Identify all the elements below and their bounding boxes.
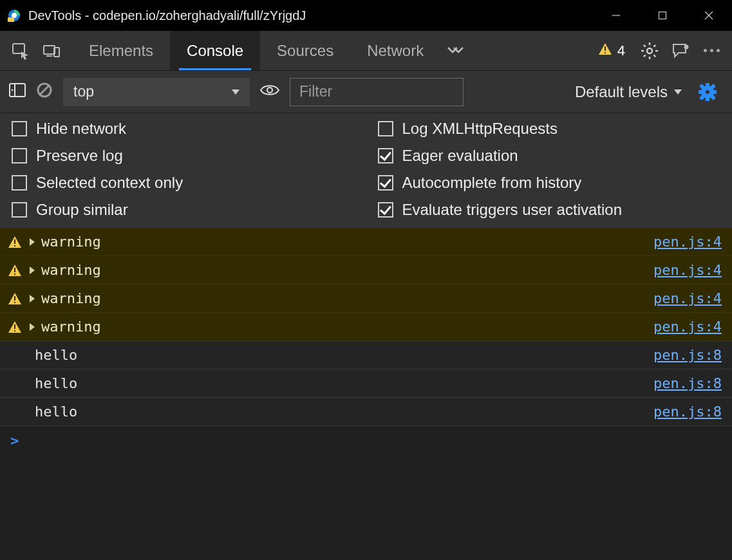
checkbox[interactable] — [378, 175, 393, 191]
tab-elements[interactable]: Elements — [72, 31, 170, 70]
svg-rect-2 — [8, 17, 14, 22]
svg-point-1 — [12, 13, 17, 18]
chevron-down-icon — [674, 89, 682, 95]
svg-rect-7 — [13, 44, 24, 53]
tab-label: Elements — [89, 42, 153, 60]
feedback-icon[interactable] — [665, 35, 696, 66]
console-log-list: warningpen.js:4warningpen.js:4warningpen… — [0, 228, 732, 426]
setting-label: Preserve log — [36, 147, 123, 165]
setting-selected-context-only[interactable]: Selected context only — [0, 174, 366, 192]
context-selector[interactable]: top — [63, 78, 250, 106]
window-close-button[interactable] — [686, 0, 732, 31]
console-sidebar-toggle[interactable] — [9, 82, 26, 102]
window-title: DevTools - codepen.io/zoherghadyali/full… — [28, 8, 593, 23]
svg-point-22 — [685, 45, 688, 48]
settings-button[interactable] — [634, 35, 665, 66]
log-row-warn[interactable]: warningpen.js:4 — [0, 228, 732, 256]
svg-rect-8 — [44, 46, 55, 54]
more-options-button[interactable] — [696, 35, 727, 66]
context-selector-value: top — [73, 83, 94, 100]
log-row-info[interactable]: hellopen.js:8 — [0, 341, 732, 369]
console-settings-button[interactable] — [692, 77, 723, 107]
setting-autocomplete-from-history[interactable]: Autocomplete from history — [366, 174, 733, 192]
setting-hide-network[interactable]: Hide network — [0, 120, 366, 138]
console-input[interactable]: > — [0, 426, 732, 456]
svg-rect-46 — [14, 330, 15, 331]
checkbox[interactable] — [12, 121, 27, 136]
setting-eager-evaluation[interactable]: Eager evaluation — [366, 147, 733, 165]
log-row-warn[interactable]: warningpen.js:4 — [0, 256, 732, 285]
issues-count: 4 — [617, 42, 625, 59]
setting-group-similar[interactable]: Group similar — [0, 201, 366, 219]
svg-line-19 — [653, 55, 655, 57]
window-minimize-button[interactable] — [593, 0, 639, 31]
device-toolbar-icon[interactable] — [36, 35, 67, 66]
svg-rect-40 — [14, 245, 15, 247]
setting-label: Evaluate triggers user activation — [402, 201, 623, 219]
warning-icon — [8, 264, 22, 277]
log-source-link[interactable]: pen.js:8 — [653, 347, 722, 363]
log-message: warning — [41, 234, 653, 250]
tab-label: Network — [367, 42, 424, 60]
clear-console-button[interactable] — [36, 82, 53, 102]
log-message: hello — [8, 404, 653, 420]
disclosure-triangle-icon[interactable] — [30, 238, 35, 246]
svg-line-21 — [644, 55, 646, 57]
checkbox[interactable] — [378, 202, 393, 218]
setting-log-xmlhttprequests[interactable]: Log XMLHttpRequests — [366, 120, 733, 138]
inspect-element-icon[interactable] — [5, 35, 36, 66]
setting-label: Group similar — [36, 201, 128, 219]
console-toolbar: top Default levels — [0, 71, 732, 113]
log-source-link[interactable]: pen.js:4 — [653, 290, 722, 306]
log-source-link[interactable]: pen.js:8 — [653, 375, 722, 391]
window-titlebar: DevTools - codepen.io/zoherghadyali/full… — [0, 0, 732, 31]
log-row-info[interactable]: hellopen.js:8 — [0, 369, 732, 398]
issues-counter[interactable]: 4 — [598, 42, 625, 59]
log-level-value: Default levels — [575, 83, 668, 101]
svg-rect-41 — [14, 268, 15, 272]
disclosure-triangle-icon[interactable] — [30, 323, 35, 331]
log-message: warning — [41, 319, 653, 335]
log-source-link[interactable]: pen.js:4 — [653, 319, 722, 335]
tab-network[interactable]: Network — [350, 31, 440, 70]
warning-icon — [8, 236, 22, 248]
tab-sources[interactable]: Sources — [260, 31, 350, 70]
checkbox[interactable] — [12, 148, 27, 163]
log-row-info[interactable]: hellopen.js:8 — [0, 398, 732, 426]
warning-icon — [598, 42, 612, 59]
svg-line-20 — [653, 44, 655, 46]
log-row-warn[interactable]: warningpen.js:4 — [0, 313, 732, 341]
svg-rect-42 — [14, 274, 15, 275]
svg-rect-45 — [14, 324, 15, 329]
tab-console[interactable]: Console — [170, 31, 260, 70]
warning-icon — [8, 292, 22, 305]
setting-label: Log XMLHttpRequests — [402, 120, 558, 138]
setting-label: Selected context only — [36, 174, 183, 192]
setting-preserve-log[interactable]: Preserve log — [0, 147, 366, 165]
live-expression-button[interactable] — [260, 83, 279, 101]
checkbox[interactable] — [378, 121, 393, 136]
svg-rect-43 — [14, 296, 15, 301]
prompt-chevron-icon: > — [10, 433, 19, 449]
log-row-warn[interactable]: warningpen.js:4 — [0, 285, 732, 313]
window-maximize-button[interactable] — [639, 0, 686, 31]
svg-rect-4 — [659, 12, 666, 19]
disclosure-triangle-icon[interactable] — [30, 295, 35, 303]
svg-rect-11 — [605, 46, 606, 51]
filter-input[interactable] — [290, 78, 464, 106]
setting-label: Hide network — [36, 120, 126, 138]
more-tabs-button[interactable] — [440, 46, 470, 56]
log-source-link[interactable]: pen.js:4 — [653, 234, 722, 250]
log-source-link[interactable]: pen.js:8 — [653, 404, 722, 420]
setting-evaluate-triggers-user-activation[interactable]: Evaluate triggers user activation — [366, 201, 733, 219]
checkbox[interactable] — [12, 202, 27, 218]
checkbox[interactable] — [12, 175, 27, 191]
disclosure-triangle-icon[interactable] — [30, 266, 35, 274]
chevron-down-icon — [232, 89, 239, 95]
log-source-link[interactable]: pen.js:4 — [653, 262, 722, 278]
app-icon — [8, 9, 21, 22]
svg-rect-44 — [14, 302, 15, 303]
checkbox[interactable] — [378, 148, 393, 163]
log-level-selector[interactable]: Default levels — [575, 83, 682, 101]
tab-label: Console — [187, 42, 243, 60]
